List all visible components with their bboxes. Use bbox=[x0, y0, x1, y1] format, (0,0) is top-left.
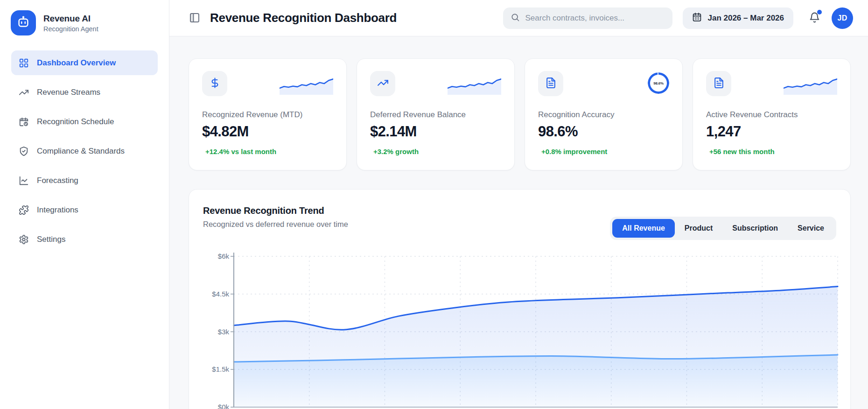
date-range-button[interactable]: Jan 2026 – Mar 2026 bbox=[683, 7, 793, 29]
calendar-icon bbox=[692, 12, 702, 24]
kpi-delta: +12.4% vs last month bbox=[202, 148, 333, 155]
kpi-label: Active Revenue Contracts bbox=[706, 110, 837, 120]
sidebar-item-revenue-streams[interactable]: Revenue Streams bbox=[11, 80, 158, 105]
brand-text: Revenue AI Recognition Agent bbox=[43, 14, 98, 33]
user-avatar[interactable]: JD bbox=[832, 7, 853, 29]
sidebar-item-forecasting[interactable]: Forecasting bbox=[11, 168, 158, 193]
tab-product[interactable]: Product bbox=[675, 219, 722, 238]
shield-check-icon bbox=[19, 146, 29, 156]
revenue-filter-tabs: All RevenueProductSubscriptionService bbox=[610, 217, 836, 240]
content: Recognized Revenue (MTD) $4.82M +12.4% v… bbox=[169, 36, 868, 409]
search-icon bbox=[511, 13, 520, 24]
y-axis-tick-label: $3k bbox=[203, 328, 229, 336]
kpi-card-active-revenue-contracts: Active Revenue Contracts 1,247 +56 new t… bbox=[693, 58, 851, 170]
kpi-value: $4.82M bbox=[202, 123, 333, 140]
kpi-value: $2.14M bbox=[370, 123, 501, 140]
revenue-trend-card: Revenue Recognition Trend Recognized vs … bbox=[189, 189, 851, 409]
notification-dot bbox=[817, 10, 822, 14]
trending-up-icon bbox=[377, 77, 389, 91]
robot-icon bbox=[16, 15, 30, 31]
tab-all-revenue[interactable]: All Revenue bbox=[612, 219, 675, 238]
trend-plot-area bbox=[234, 256, 838, 407]
dollar-icon bbox=[209, 77, 221, 91]
sidebar-toggle-button[interactable] bbox=[189, 12, 201, 24]
sidebar-item-settings[interactable]: Settings bbox=[11, 227, 158, 252]
bell-icon bbox=[809, 18, 820, 25]
kpi-sparkline bbox=[448, 73, 501, 95]
main-area: Revenue Recognition Dashboard Jan 2026 –… bbox=[169, 0, 868, 409]
app-logo bbox=[11, 10, 36, 35]
page-title: Revenue Recognition Dashboard bbox=[210, 11, 397, 25]
app-name: Revenue AI bbox=[43, 14, 98, 24]
calendar-clock-icon bbox=[19, 117, 29, 127]
kpi-label: Recognition Accuracy bbox=[538, 110, 669, 120]
revenue-dashboard-page: Revenue AI Recognition Agent Dashboard O… bbox=[0, 0, 868, 409]
sidebar-item-integrations[interactable]: Integrations bbox=[11, 197, 158, 222]
app-subtitle: Recognition Agent bbox=[43, 25, 98, 33]
kpi-sparkline bbox=[280, 73, 333, 95]
sidebar-item-compliance-standards[interactable]: Compliance & Standards bbox=[11, 139, 158, 163]
trending-up-icon bbox=[19, 87, 29, 98]
kpi-card-recognition-accuracy: 98.6% Recognition Accuracy 98.6% +0.8% i… bbox=[525, 58, 683, 170]
kpi-card-recognized-revenue-mtd: Recognized Revenue (MTD) $4.82M +12.4% v… bbox=[189, 58, 347, 170]
kpi-label: Recognized Revenue (MTD) bbox=[202, 110, 333, 120]
puzzle-icon bbox=[19, 205, 29, 215]
chart-line-icon bbox=[19, 176, 29, 186]
search-box bbox=[503, 7, 672, 29]
panel-left-icon bbox=[189, 18, 200, 25]
top-header: Revenue Recognition Dashboard Jan 2026 –… bbox=[169, 0, 868, 36]
kpi-card-deferred-revenue-balance: Deferred Revenue Balance $2.14M +3.2% gr… bbox=[357, 58, 515, 170]
y-axis-tick-label: $0k bbox=[203, 403, 229, 409]
notifications-button[interactable] bbox=[805, 8, 824, 28]
date-range-label: Jan 2026 – Mar 2026 bbox=[707, 14, 784, 23]
kpi-value: 98.6% bbox=[538, 123, 669, 140]
kpi-delta: +0.8% improvement bbox=[538, 148, 669, 155]
kpi-sparkline bbox=[784, 73, 837, 95]
file-text-icon bbox=[713, 77, 725, 91]
kpi-delta: +56 new this month bbox=[706, 148, 837, 155]
brand: Revenue AI Recognition Agent bbox=[0, 0, 169, 45]
gear-icon bbox=[19, 234, 29, 245]
y-axis-tick-label: $6k bbox=[203, 252, 229, 260]
kpi-delta: +3.2% growth bbox=[370, 148, 501, 155]
kpi-label: Deferred Revenue Balance bbox=[370, 110, 501, 120]
sidebar-item-dashboard-overview[interactable]: Dashboard Overview bbox=[11, 50, 158, 75]
sidebar-nav: Dashboard Overview Revenue Streams Recog… bbox=[0, 45, 169, 252]
sidebar: Revenue AI Recognition Agent Dashboard O… bbox=[0, 0, 169, 409]
accuracy-gauge: 98.6% bbox=[648, 72, 669, 94]
y-axis-tick-label: $1.5k bbox=[203, 365, 229, 373]
kpi-value: 1,247 bbox=[706, 123, 837, 140]
dashboard-icon bbox=[19, 58, 29, 68]
kpi-row: Recognized Revenue (MTD) $4.82M +12.4% v… bbox=[189, 58, 851, 170]
sidebar-item-recognition-schedule[interactable]: Recognition Schedule bbox=[11, 109, 158, 134]
file-text-icon bbox=[545, 77, 557, 91]
tab-subscription[interactable]: Subscription bbox=[722, 219, 788, 238]
search-input[interactable] bbox=[525, 14, 665, 23]
y-axis-tick-label: $4.5k bbox=[203, 290, 229, 298]
tab-service[interactable]: Service bbox=[788, 219, 834, 238]
chart-title: Revenue Recognition Trend bbox=[203, 205, 836, 216]
